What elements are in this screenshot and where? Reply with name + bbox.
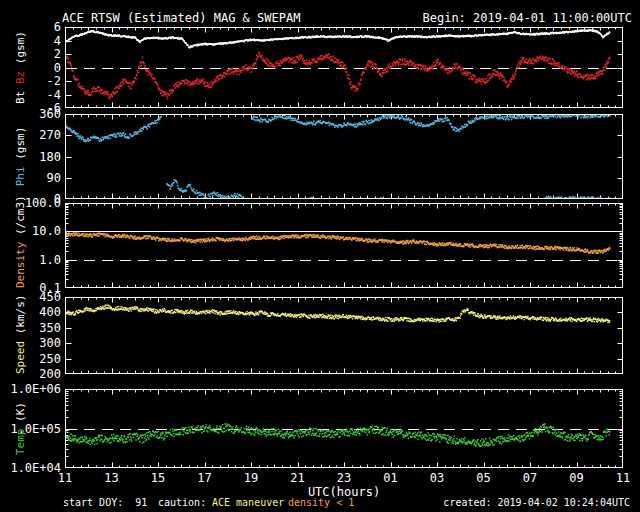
y-axis-title-segment: (km/s): [14, 295, 27, 341]
y-tick-label-phi: 360: [0, 107, 61, 121]
y-axis-title-segment: (K): [14, 402, 27, 429]
y-tick-label-bt-bz: 4: [0, 34, 61, 48]
panel-canvas-speed: [65, 297, 623, 374]
x-tick-label: 11: [608, 471, 638, 485]
y-axis-title-segment: (gsm): [14, 127, 27, 167]
caution-density-warning: density < 1: [288, 497, 354, 509]
y-tick-label-temp: 1.0E+06: [0, 382, 61, 396]
caution-ace-maneuver: ACE maneuver: [212, 497, 284, 509]
y-axis-title-density: Density (/cm3): [14, 203, 27, 288]
y-tick-label-density: 1.0: [0, 253, 61, 267]
y-axis-title-bt-bz: Bt Bz (gsm): [14, 27, 27, 108]
y-axis-title-segment: Temp: [14, 429, 27, 456]
start-doy-label: start DOY: 91: [63, 497, 147, 509]
y-tick-label-phi: 90: [0, 171, 61, 185]
y-axis-title-segment: Bt: [14, 84, 27, 104]
x-tick-label: 23: [329, 471, 359, 485]
y-tick-label-speed: 400: [0, 305, 61, 319]
x-tick-label: 03: [422, 471, 452, 485]
x-tick-label: 01: [376, 471, 406, 485]
y-axis-title-segment: (gsm): [14, 31, 27, 71]
y-tick-label-speed: 250: [0, 352, 61, 366]
y-axis-title-segment: (/cm3): [14, 195, 27, 241]
panel-canvas-temp: [65, 389, 623, 468]
y-tick-label-bt-bz: -2: [0, 74, 61, 88]
y-tick-label-bt-bz: 0: [0, 61, 61, 75]
x-tick-label: 21: [283, 471, 313, 485]
created-timestamp: created: 2019-04-02 10:24:04UTC: [443, 497, 630, 509]
y-axis-title-segment: Speed: [14, 341, 27, 374]
y-tick-label-bt-bz: -4: [0, 88, 61, 102]
y-tick-label-phi: 270: [0, 128, 61, 142]
x-tick-label: 09: [562, 471, 592, 485]
panel-canvas-phi: [65, 114, 623, 199]
y-axis-title-segment: Phi: [14, 166, 27, 186]
y-tick-label-speed: 200: [0, 367, 61, 381]
y-tick-label-speed: 300: [0, 336, 61, 350]
x-tick-label: 05: [469, 471, 499, 485]
y-axis-title-segment: Density: [14, 242, 27, 288]
x-tick-label: 17: [190, 471, 220, 485]
y-axis-title-temp: Temp (K): [14, 389, 27, 468]
x-tick-label: 19: [236, 471, 266, 485]
x-tick-label: 13: [97, 471, 127, 485]
x-tick-label: 07: [515, 471, 545, 485]
y-tick-label-speed: 350: [0, 321, 61, 335]
panel-canvas-density: [65, 203, 623, 288]
caution-label: caution:: [158, 497, 206, 509]
plot-title: ACE RTSW (Estimated) MAG & SWEPAM: [62, 11, 300, 25]
panel-canvas-bt-bz: [65, 27, 623, 108]
y-tick-label-temp: 1.0E+05: [0, 422, 61, 436]
y-tick-label-bt-bz: 6: [0, 20, 61, 34]
y-tick-label-density: 10.0: [0, 224, 61, 238]
ace-rtsw-plot-screen: ACE RTSW (Estimated) MAG & SWEPAM Begin:…: [0, 0, 640, 512]
x-tick-label: 11: [50, 471, 80, 485]
y-tick-label-density: 100.0: [0, 196, 61, 210]
x-tick-label: 15: [143, 471, 173, 485]
y-axis-title-speed: Speed (km/s): [14, 297, 27, 374]
y-tick-label-speed: 450: [0, 290, 61, 304]
y-tick-label-phi: 180: [0, 150, 61, 164]
y-axis-title-segment: Bz: [14, 71, 27, 84]
y-tick-label-bt-bz: 2: [0, 47, 61, 61]
y-axis-title-phi: Phi (gsm): [14, 114, 27, 199]
begin-timestamp: Begin: 2019-04-01 11:00:00UTC: [422, 11, 632, 25]
